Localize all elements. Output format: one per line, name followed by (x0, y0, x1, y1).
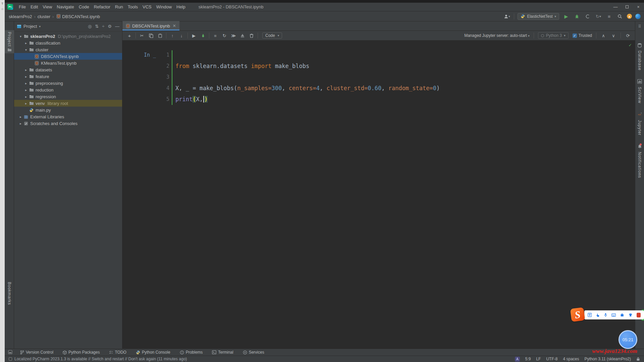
interrupt-kernel-icon[interactable] (239, 33, 246, 39)
status-message[interactable]: Localized PyCharm 2023.1.3 is available … (14, 357, 187, 361)
ime-language-icon[interactable] (588, 312, 592, 317)
run-all-cells-icon[interactable]: ≫ (230, 33, 236, 39)
menu-tools[interactable]: Tools (125, 3, 140, 10)
minimize-button[interactable]: — (610, 3, 621, 11)
tool-button-database[interactable]: Database (637, 43, 642, 70)
tree-row[interactable]: ▸Scratches and Consoles (14, 120, 122, 127)
tree-row[interactable]: ▸regression (14, 93, 122, 100)
profiler-icon[interactable]: ↻▾ (595, 13, 602, 20)
maximize-button[interactable] (621, 3, 633, 11)
stripe-grid-icon[interactable]: ⠿ (638, 24, 641, 29)
run-button[interactable]: ▶ (562, 13, 570, 20)
cut-cell-icon[interactable]: ✂ (139, 33, 145, 39)
delete-cell-icon[interactable] (249, 33, 255, 39)
stop-button[interactable]: ■ (605, 13, 613, 20)
user-account-icon[interactable]: ▾ (503, 13, 511, 20)
debug-cell-icon[interactable] (200, 33, 206, 39)
recording-timer[interactable]: 05:21 (619, 330, 637, 349)
add-cell-icon[interactable]: + (126, 33, 132, 39)
menu-edit[interactable]: Edit (28, 3, 40, 10)
jupyter-settings-icon[interactable]: ⟳ (625, 33, 631, 39)
avatar[interactable] (635, 14, 641, 19)
tree-row[interactable]: ▸venvlibrary root (14, 100, 122, 107)
ime-microphone-icon[interactable] (604, 312, 607, 317)
indent-style[interactable]: 4 spaces (563, 357, 579, 361)
menu-help[interactable]: Help (174, 3, 188, 10)
ime-hand-icon[interactable] (596, 313, 600, 317)
run-with-coverage-icon[interactable] (584, 13, 591, 20)
file-encoding[interactable]: UTF-8 (546, 357, 557, 361)
tool-button-python-packages[interactable]: Python Packages (63, 350, 100, 355)
search-everywhere-icon[interactable] (616, 13, 624, 20)
tree-row[interactable]: ▸feature (14, 73, 122, 80)
tool-button-version-control[interactable]: Version Control (20, 350, 53, 355)
ime-skin-icon[interactable] (629, 313, 633, 317)
tab-dbscantest[interactable]: DBSCANTest.ipynb ✕ (122, 21, 179, 31)
run-cell-icon[interactable]: ▶ (191, 33, 197, 39)
tree-expand-icon[interactable]: ▸ (23, 41, 29, 45)
restart-kernel-icon[interactable]: ↻ (221, 33, 227, 39)
tree-expand-icon[interactable]: ▸ (18, 122, 23, 125)
tool-button-sciview[interactable]: SciView (637, 79, 642, 103)
menu-vcs[interactable]: VCS (140, 3, 154, 10)
tree-expand-icon[interactable]: ▸ (23, 81, 29, 85)
breadcrumb-item[interactable]: DBSCANTest.ipynb (55, 14, 101, 19)
trusted-checkbox[interactable]: ✓ Trusted (573, 33, 592, 38)
paste-cell-icon[interactable] (157, 33, 163, 39)
tab-close-icon[interactable]: ✕ (173, 23, 176, 28)
menu-window[interactable]: Window (154, 3, 174, 10)
tool-button-todo[interactable]: TODO (109, 350, 126, 355)
tree-expand-icon[interactable]: ▾ (23, 48, 29, 52)
tree-row[interactable]: ▸External Libraries (14, 113, 122, 120)
tree-row[interactable]: ▸reduction (14, 86, 122, 93)
tool-button-jupyter[interactable]: Jupyter (637, 112, 642, 135)
breadcrumb-item[interactable]: sklearnPro2 (8, 14, 33, 19)
tree-row[interactable]: main.py (14, 107, 122, 113)
update-available-icon[interactable]: ▲ (627, 14, 632, 19)
run-configuration-select[interactable]: ElasticNetTest ▾ (518, 13, 559, 20)
close-button[interactable]: × (633, 3, 644, 11)
tree-expand-icon[interactable]: ▸ (23, 102, 29, 105)
tool-button-project[interactable]: Project (5, 30, 14, 53)
cell-type-select[interactable]: Code ▾ (262, 33, 282, 39)
window-switcher-icon[interactable] (8, 350, 12, 355)
compare-icon[interactable]: ÷ (102, 24, 104, 29)
move-cell-down-icon[interactable]: ↓ (178, 33, 184, 39)
menu-file[interactable]: File (16, 3, 28, 10)
code-editor[interactable]: In _ 12from sklearn.datasets import make… (122, 41, 635, 349)
menu-run[interactable]: Run (113, 3, 125, 10)
sogou-logo-icon[interactable]: S (570, 307, 585, 322)
tree-row[interactable]: ▾cluster (14, 46, 122, 53)
translate-plugin-icon[interactable]: A (515, 357, 520, 362)
tool-button-notifications[interactable]: Notifications (637, 144, 642, 178)
tool-button-bookmarks[interactable]: Bookmarks (5, 282, 14, 305)
menu-refactor[interactable]: Refactor (92, 3, 113, 10)
menu-navigate[interactable]: Navigate (54, 3, 76, 10)
tree-expand-icon[interactable]: ▸ (23, 68, 29, 72)
stop-kernel-icon[interactable]: ■ (212, 33, 218, 39)
tree-expand-icon[interactable]: ▸ (18, 115, 23, 119)
move-cell-up-icon[interactable]: ↑ (169, 33, 175, 39)
tool-button-terminal[interactable]: Terminal (212, 350, 233, 355)
collapse-all-cells-icon[interactable]: ∧ (600, 33, 606, 39)
jupyter-server-select[interactable]: Managed Jupyter server: auto-start ▾ (464, 33, 530, 38)
tree-expand-icon[interactable]: ▸ (23, 95, 29, 99)
python-interpreter[interactable]: Python 3.11 (sklearnPro2) (584, 357, 631, 361)
caret-position[interactable]: 5:9 (525, 357, 531, 361)
ime-toolbox-icon[interactable] (620, 313, 624, 317)
locate-file-icon[interactable]: ◎ (88, 24, 92, 29)
panel-settings-icon[interactable]: ⚙ (108, 24, 112, 29)
tree-row[interactable]: KMeansTest.ipynb (14, 60, 122, 66)
line-separator[interactable]: LF (536, 357, 541, 361)
event-log-icon[interactable] (9, 357, 12, 361)
tree-row[interactable]: DBSCANTest.ipynb (14, 53, 122, 60)
tree-row[interactable]: ▸classification (14, 40, 122, 46)
hide-panel-icon[interactable]: — (115, 24, 119, 29)
chevron-down-icon[interactable]: ▾ (39, 25, 41, 28)
tool-button-python-console[interactable]: Python Console (136, 350, 170, 355)
tree-expand-icon[interactable]: ▾ (18, 35, 23, 38)
kernel-select[interactable]: Python 3 ▾ (538, 32, 569, 39)
expand-all-cells-icon[interactable]: ∨ (610, 33, 616, 39)
inspections-ok-icon[interactable]: ✓ (629, 42, 632, 48)
ime-more-icon[interactable] (637, 313, 641, 317)
